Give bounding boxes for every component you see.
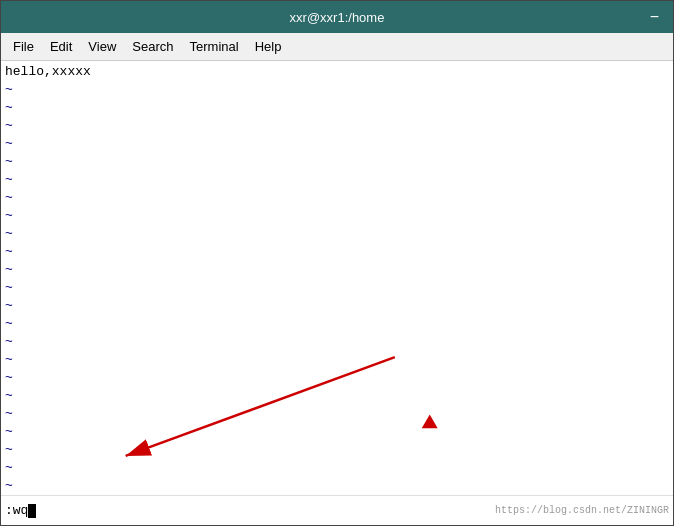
cursor [28,504,36,518]
menu-view[interactable]: View [80,36,124,57]
menu-edit[interactable]: Edit [42,36,80,57]
tilde-3: ~ [5,117,669,135]
menu-bar: File Edit View Search Terminal Help [1,33,673,61]
tilde-22: ~ [5,459,669,477]
tilde-2: ~ [5,99,669,117]
menu-help[interactable]: Help [247,36,290,57]
tilde-11: ~ [5,261,669,279]
tilde-8: ~ [5,207,669,225]
tilde-23: ~ [5,477,669,495]
status-bar: :wq https://blog.csdn.net/ZININGR [1,495,673,525]
tilde-19: ~ [5,405,669,423]
title-bar-controls: − [644,1,665,33]
terminal-content: hello,xxxxx ~ ~ ~ ~ ~ ~ ~ ~ ~ ~ ~ ~ ~ ~ … [1,61,673,495]
tilde-9: ~ [5,225,669,243]
tilde-17: ~ [5,369,669,387]
tilde-20: ~ [5,423,669,441]
tilde-10: ~ [5,243,669,261]
title-bar: xxr@xxr1:/home − [1,1,673,33]
tilde-14: ~ [5,315,669,333]
tilde-4: ~ [5,135,669,153]
url-text: https://blog.csdn.net/ZININGR [495,505,669,516]
tilde-15: ~ [5,333,669,351]
tilde-13: ~ [5,297,669,315]
tilde-16: ~ [5,351,669,369]
tilde-5: ~ [5,153,669,171]
tilde-1: ~ [5,81,669,99]
menu-search[interactable]: Search [124,36,181,57]
tilde-21: ~ [5,441,669,459]
terminal-area[interactable]: hello,xxxxx ~ ~ ~ ~ ~ ~ ~ ~ ~ ~ ~ ~ ~ ~ … [1,61,673,525]
terminal-first-line: hello,xxxxx [5,64,91,79]
menu-terminal[interactable]: Terminal [182,36,247,57]
minimize-button[interactable]: − [644,9,665,25]
tilde-6: ~ [5,171,669,189]
tilde-7: ~ [5,189,669,207]
menu-file[interactable]: File [5,36,42,57]
window-title: xxr@xxr1:/home [290,10,385,25]
tilde-12: ~ [5,279,669,297]
command-text: :wq [5,503,495,518]
terminal-window: xxr@xxr1:/home − File Edit View Search T… [0,0,674,526]
tilde-18: ~ [5,387,669,405]
tilde-lines: ~ ~ ~ ~ ~ ~ ~ ~ ~ ~ ~ ~ ~ ~ ~ ~ ~ ~ ~ ~ [5,81,669,495]
